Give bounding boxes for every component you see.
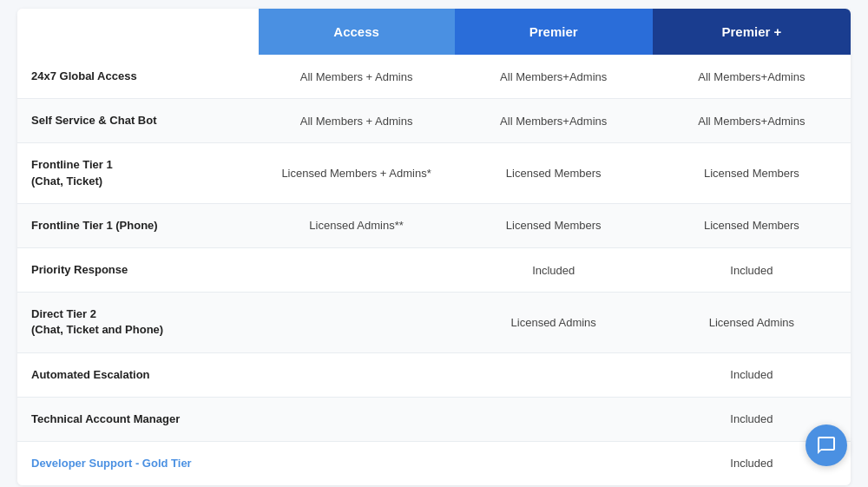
premier-cell (455, 441, 653, 485)
access-cell (259, 352, 455, 397)
feature-cell: Frontline Tier 1 (Phone) (17, 203, 259, 247)
feature-cell: Frontline Tier 1 (Chat, Ticket) (17, 143, 259, 203)
feature-cell: Self Service & Chat Bot (17, 99, 259, 143)
premier-cell: Licensed Members (455, 143, 653, 203)
premier-cell: All Members+Admins (455, 55, 653, 99)
access-cell: Licensed Members + Admins* (259, 143, 455, 203)
table-row: Automated EscalationIncluded (17, 352, 851, 397)
chat-icon (816, 435, 837, 456)
feature-cell: Priority Response (17, 247, 259, 292)
premier-plus-cell: Licensed Members (653, 203, 851, 247)
feature-cell: Technical Account Manager (17, 397, 259, 441)
feature-cell: 24x7 Global Access (17, 55, 259, 99)
header-feature (17, 9, 259, 55)
premier-cell: Included (455, 247, 653, 292)
premier-cell: Licensed Admins (455, 293, 653, 352)
table-wrapper: Access Premier Premier + 24x7 Global Acc… (0, 0, 868, 487)
table-row: 24x7 Global AccessAll Members + AdminsAl… (17, 55, 851, 99)
access-cell: All Members + Admins (259, 99, 455, 143)
feature-cell: Direct Tier 2 (Chat, Ticket and Phone) (17, 293, 259, 352)
access-cell (259, 247, 455, 292)
table-row: Frontline Tier 1 (Chat, Ticket)Licensed … (17, 143, 851, 203)
header-access: Access (259, 9, 455, 55)
feature-link[interactable]: Developer Support - Gold Tier (31, 457, 192, 470)
feature-cell: Developer Support - Gold Tier (17, 441, 259, 485)
access-cell (259, 441, 455, 485)
chat-button[interactable] (806, 424, 847, 466)
premier-cell: All Members+Admins (455, 99, 653, 143)
premier-plus-cell: All Members+Admins (653, 55, 851, 99)
premier-plus-cell: Included (653, 352, 851, 397)
premier-plus-cell: Licensed Admins (653, 293, 851, 352)
access-cell: Licensed Admins** (259, 203, 455, 247)
access-cell (259, 397, 455, 441)
premier-cell: Licensed Members (455, 203, 653, 247)
comparison-table: Access Premier Premier + 24x7 Global Acc… (17, 9, 851, 485)
table-row: Developer Support - Gold TierIncluded (17, 441, 851, 485)
premier-cell (455, 397, 653, 441)
table-row: Priority ResponseIncludedIncluded (17, 247, 851, 292)
premier-plus-cell: Included (653, 247, 851, 292)
header-premier-plus: Premier + (653, 9, 851, 55)
premier-plus-cell: Licensed Members (653, 143, 851, 203)
access-cell (259, 293, 455, 352)
access-cell: All Members + Admins (259, 55, 455, 99)
table-row: Direct Tier 2 (Chat, Ticket and Phone)Li… (17, 293, 851, 352)
header-premier: Premier (455, 9, 653, 55)
table-row: Frontline Tier 1 (Phone)Licensed Admins*… (17, 203, 851, 247)
premier-plus-cell: All Members+Admins (653, 99, 851, 143)
table-row: Self Service & Chat BotAll Members + Adm… (17, 99, 851, 143)
feature-cell: Automated Escalation (17, 352, 259, 397)
table-row: Technical Account ManagerIncluded (17, 397, 851, 441)
premier-cell (455, 352, 653, 397)
